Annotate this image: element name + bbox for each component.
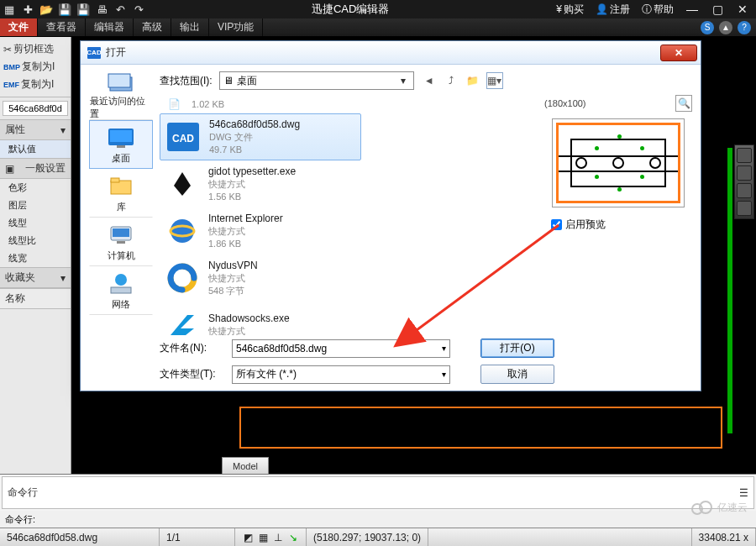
dialog-logo-icon: CAD (87, 47, 101, 59)
place-desktop[interactable]: 桌面 (89, 120, 153, 169)
place-recent[interactable]: 最近访问的位置 (89, 71, 153, 120)
library-icon (107, 174, 135, 199)
dialog-close-button[interactable]: ✕ (660, 45, 697, 61)
properties-header[interactable]: 属性▾ (0, 119, 71, 140)
defaults-item[interactable]: 默认值 (0, 140, 71, 158)
document-tab[interactable]: 546ca68df0d (3, 101, 68, 116)
tab-advanced[interactable]: 高级 (134, 18, 171, 36)
copy-as-bmp[interactable]: BMP复制为I (3, 60, 67, 74)
copy-as-emf[interactable]: EMF复制为I (3, 77, 67, 92)
emf-icon: EMF (3, 81, 19, 89)
status-coords: (5180.297; 19037.13; 0) (307, 528, 428, 546)
nav-up-icon[interactable]: ⤴ (443, 72, 459, 89)
list-item[interactable]: 线型 (0, 214, 71, 232)
qhelp-icon[interactable]: ? (738, 21, 751, 34)
qat-saveas-icon[interactable]: 💾 (74, 1, 92, 18)
close-button[interactable]: ✕ (732, 1, 753, 18)
tab-vip[interactable]: VIP功能 (209, 18, 263, 36)
register-link[interactable]: 👤注册 (592, 3, 633, 17)
svg-rect-3 (110, 130, 132, 142)
status-bar: 546ca68df0d58.dwg 1/1 ◩ ▦ ⊥ ↘ (5180.297;… (0, 528, 756, 546)
svg-rect-1 (108, 74, 130, 87)
preview-dim: (180x100) (544, 98, 586, 108)
place-computer[interactable]: 计算机 (89, 218, 153, 266)
qat-print-icon[interactable]: 🖶 (92, 1, 111, 18)
svg-rect-6 (111, 178, 119, 182)
grid-icon[interactable]: ▦ (257, 532, 269, 543)
filename-input[interactable]: 546ca68df0d58.dwg▾ (232, 339, 450, 358)
magnify-icon[interactable]: 🔍 (675, 95, 692, 112)
place-network[interactable]: 网络 (89, 266, 153, 315)
cad-file-icon: CAD (165, 119, 201, 155)
command-prompt[interactable]: 命令行: (0, 511, 756, 528)
help-link[interactable]: ⓘ帮助 (638, 3, 677, 17)
snap-icon[interactable]: ◩ (242, 532, 254, 543)
tool-icon[interactable] (737, 183, 752, 198)
qat-open-icon[interactable]: 📂 (37, 1, 55, 18)
nav-newfolder-icon[interactable]: 📁 (465, 72, 481, 89)
tool-icon[interactable] (737, 148, 752, 163)
generic-file-icon: 📄 (165, 97, 183, 112)
model-tab[interactable]: Model (222, 457, 269, 474)
filetype-select[interactable]: 所有文件 (*.*)▾ (232, 365, 450, 384)
minimize-button[interactable]: ― (682, 1, 702, 18)
buy-link[interactable]: ¥购买 (553, 3, 587, 17)
grip-icon[interactable]: ☰ (739, 487, 748, 499)
view-toolstrip (734, 144, 754, 219)
qat-save-icon[interactable]: 💾 (55, 1, 74, 18)
style-icon[interactable]: S (701, 21, 714, 34)
help-icon: ⓘ (642, 3, 652, 17)
svg-point-14 (171, 219, 194, 243)
polar-icon[interactable]: ↘ (287, 532, 299, 543)
chevron-down-icon: ▾ (442, 370, 446, 379)
file-item[interactable]: 📄 1.02 KB (160, 95, 536, 113)
status-number: 33408.21 x (692, 528, 756, 546)
qat-new-icon[interactable]: ✚ (18, 1, 37, 18)
nav-viewmode-icon[interactable]: ▦▾ (486, 72, 503, 89)
status-filename: 546ca68df0d58.dwg (0, 528, 160, 546)
chevron-icon: ▾ (60, 124, 66, 136)
name-header: 名称 (0, 288, 71, 309)
favorites-header[interactable]: 收藏夹▾ (0, 267, 71, 288)
list-item[interactable]: 线宽 (0, 249, 71, 267)
file-item[interactable]: NydusVPN快捷方式548 字节 (160, 255, 536, 302)
cut-selection[interactable]: ✂剪切框选 (3, 42, 67, 56)
enable-preview-checkbox[interactable]: 启用预览 (551, 218, 606, 232)
tab-viewer[interactable]: 查看器 (38, 18, 86, 36)
chevron-icon: ▾ (60, 272, 66, 284)
app-icon[interactable]: ▦ (0, 1, 18, 18)
svg-rect-11 (111, 287, 131, 293)
ortho-icon[interactable]: ⊥ (272, 532, 284, 543)
qat-redo-icon[interactable]: ↷ (129, 1, 148, 18)
place-library[interactable]: 库 (89, 169, 153, 218)
dialog-titlebar[interactable]: CAD 打开 ✕ (81, 41, 701, 65)
theme-icon[interactable]: ▲ (719, 21, 732, 34)
nav-back-icon[interactable]: ◄ (421, 72, 438, 89)
network-icon (107, 271, 135, 297)
tab-editor[interactable]: 编辑器 (86, 18, 134, 36)
file-list[interactable]: 📄 1.02 KB CAD 546ca68df0d58.dwg DWG 文件 4… (160, 95, 536, 335)
lookin-combo[interactable]: 🖥 桌面 ▾ (219, 71, 414, 90)
open-button[interactable]: 打开(O) (480, 339, 554, 358)
tool-icon[interactable] (737, 201, 752, 216)
list-item[interactable]: 色彩 (0, 179, 71, 197)
file-item[interactable]: Internet Explorer快捷方式1.86 KB (160, 207, 536, 255)
general-header[interactable]: ▣一般设置 (0, 158, 71, 179)
cancel-button[interactable]: 取消 (480, 365, 554, 384)
file-item[interactable]: gidot typesetter.exe快捷方式1.56 KB (160, 160, 536, 207)
tool-icon[interactable] (737, 165, 752, 181)
clipboard-group: ✂剪切框选 BMP复制为I EMF复制为I (0, 37, 71, 97)
maximize-button[interactable]: ▢ (707, 1, 727, 18)
guide-line (727, 148, 732, 433)
filetype-label: 文件类型(T): (160, 367, 223, 381)
qat-undo-icon[interactable]: ↶ (111, 1, 129, 18)
app-title: 迅捷CAD编辑器 (148, 2, 553, 17)
file-item[interactable]: Shadowsocks.exe快捷方式 (160, 302, 536, 335)
tab-file[interactable]: 文件 (0, 18, 38, 36)
list-item[interactable]: 图层 (0, 197, 71, 214)
command-history[interactable]: 命令行☰ (2, 476, 754, 509)
list-item[interactable]: 线型比 (0, 232, 71, 249)
file-item-selected[interactable]: CAD 546ca68df0d58.dwg DWG 文件 49.7 KB (160, 113, 361, 160)
places-bar: 最近访问的位置 桌面 库 计算机 网络 (89, 71, 153, 384)
tab-output[interactable]: 输出 (171, 18, 209, 36)
